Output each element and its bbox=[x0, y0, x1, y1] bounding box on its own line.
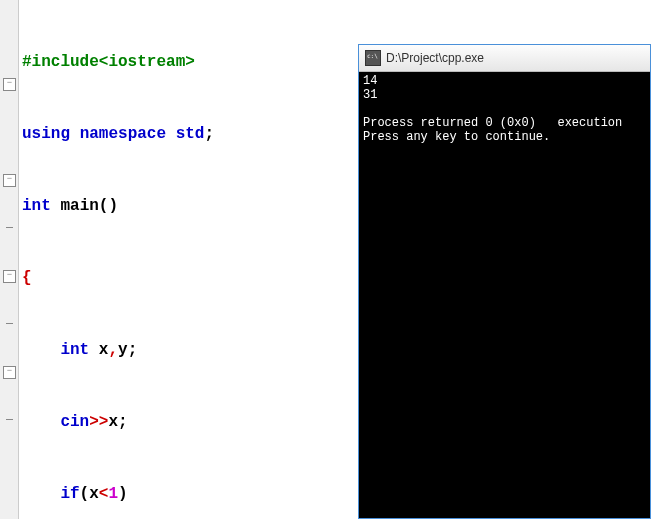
op-extract: >> bbox=[89, 413, 108, 431]
op-lt: < bbox=[99, 485, 109, 503]
fold-tick bbox=[6, 227, 13, 228]
std: std bbox=[176, 125, 205, 143]
fold-icon[interactable]: − bbox=[3, 174, 16, 187]
comma: , bbox=[108, 341, 118, 359]
semi: ; bbox=[118, 413, 128, 431]
brace: { bbox=[22, 269, 32, 287]
fn-main: main bbox=[60, 197, 98, 215]
fold-icon[interactable]: − bbox=[3, 366, 16, 379]
output-line: 31 bbox=[363, 88, 377, 102]
console-title: D:\Project\cpp.exe bbox=[386, 51, 484, 65]
header: <iostream> bbox=[99, 53, 195, 71]
cin: cin bbox=[60, 413, 89, 431]
var-y: y bbox=[118, 341, 128, 359]
parens: () bbox=[99, 197, 118, 215]
code-content[interactable]: #include<iostream> using namespace std; … bbox=[22, 2, 262, 519]
var-x: x bbox=[89, 485, 99, 503]
paren: ) bbox=[118, 485, 128, 503]
console-output[interactable]: 14 31 Process returned 0 (0x0) execution… bbox=[359, 72, 650, 146]
num-1: 1 bbox=[108, 485, 118, 503]
console-window[interactable]: D:\Project\cpp.exe 14 31 Process returne… bbox=[358, 44, 651, 519]
console-titlebar[interactable]: D:\Project\cpp.exe bbox=[359, 45, 650, 72]
preproc: #include bbox=[22, 53, 99, 71]
fold-tick bbox=[6, 419, 13, 420]
kw-int: int bbox=[22, 197, 51, 215]
console-icon bbox=[365, 50, 381, 66]
var-x: x bbox=[108, 413, 118, 431]
kw-using: using bbox=[22, 125, 70, 143]
output-line: Process returned 0 (0x0) execution bbox=[363, 116, 622, 130]
kw-int: int bbox=[60, 341, 89, 359]
var-x: x bbox=[89, 341, 108, 359]
fold-tick bbox=[6, 323, 13, 324]
kw-if: if bbox=[60, 485, 79, 503]
fold-icon[interactable]: − bbox=[3, 78, 16, 91]
fold-icon[interactable]: − bbox=[3, 270, 16, 283]
output-line: 14 bbox=[363, 74, 377, 88]
semi: ; bbox=[128, 341, 138, 359]
kw-namespace: namespace bbox=[80, 125, 166, 143]
editor-gutter: − − − − bbox=[0, 0, 19, 519]
semi: ; bbox=[204, 125, 214, 143]
paren: ( bbox=[80, 485, 90, 503]
output-line: Press any key to continue. bbox=[363, 130, 550, 144]
